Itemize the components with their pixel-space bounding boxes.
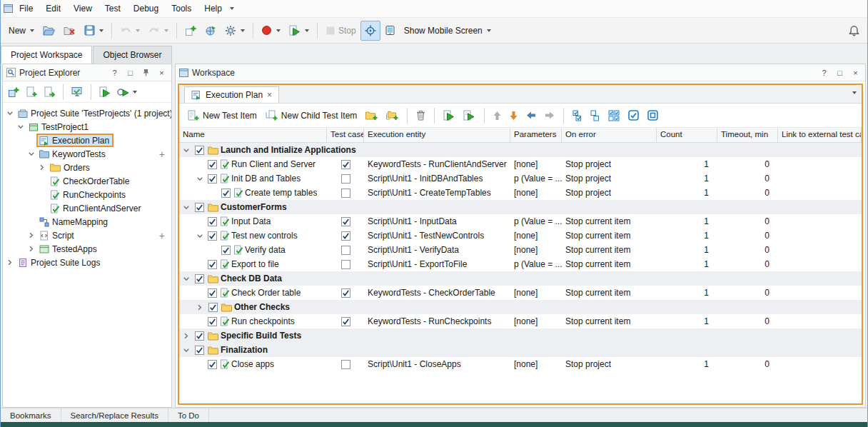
tree-item-orders[interactable]: Orders (3, 161, 171, 174)
add-existing-item-button[interactable] (41, 84, 57, 101)
enabled-checkbox[interactable] (208, 288, 217, 298)
plan-group-finalization[interactable]: Finalization (179, 343, 862, 357)
plan-item-test-new-controls[interactable]: Test new controlsScript\Unit1 - TestNewC… (179, 228, 862, 243)
outdent-button[interactable] (523, 109, 540, 121)
check-all-button[interactable] (569, 108, 585, 124)
tree-item-core[interactable]: Project Suite Logs (15, 256, 104, 269)
enabled-checkbox[interactable] (195, 331, 204, 341)
tree-item-core[interactable]: RunClientAndServer (47, 201, 145, 215)
maximize-button[interactable]: □ (124, 66, 136, 79)
mobile-screen-button[interactable] (380, 21, 400, 41)
menu-file[interactable]: File (13, 1, 39, 16)
display-object-spy-button[interactable] (360, 21, 380, 41)
enabled-checkbox[interactable] (208, 260, 217, 269)
enabled-checkbox[interactable] (208, 360, 217, 369)
new-group-button[interactable] (362, 109, 381, 123)
plan-item-close-apps[interactable]: Close appsScript\Unit1 - CloseApps[none]… (179, 357, 862, 371)
expander-icon[interactable] (181, 204, 191, 211)
tree-item-runclientandserver[interactable]: RunClientAndServer (3, 201, 171, 215)
open-button[interactable] (39, 21, 59, 41)
checkpoint-wizard-button[interactable] (201, 21, 221, 41)
run-focused-item-button[interactable] (460, 108, 479, 124)
tree-item-namemapping[interactable]: NameMapping (3, 215, 171, 228)
close-panel-button[interactable]: × (849, 66, 862, 79)
check-children-button[interactable] (605, 108, 623, 124)
options-button[interactable] (221, 21, 249, 41)
uncheck-all-button[interactable] (587, 108, 603, 124)
enabled-checkbox[interactable] (208, 217, 217, 226)
bottom-tab-search-replace-results[interactable]: Search/Replace Results (61, 408, 168, 422)
tree-item-core[interactable]: RunCheckpoints (47, 188, 130, 201)
tree-item-core[interactable]: TestProject1 (26, 120, 93, 134)
enabled-checkbox[interactable] (221, 246, 231, 255)
redo-button[interactable] (144, 21, 173, 41)
expander-icon[interactable] (181, 333, 191, 339)
tree-item-keywordtests[interactable]: KeywordTests+ (3, 147, 171, 161)
expander-icon[interactable] (26, 246, 36, 252)
column-header-execution-entity[interactable]: Execution entity (364, 128, 510, 142)
expander-icon[interactable] (5, 259, 15, 266)
tab-project-workspace[interactable]: Project Workspace (1, 46, 92, 64)
test-case-checkbox[interactable] (341, 160, 350, 169)
expander-icon[interactable] (195, 233, 205, 239)
column-header-on-error[interactable]: On error (562, 128, 657, 142)
tab-object-browser[interactable]: Object Browser (93, 46, 171, 64)
tree-item-core[interactable]: TestedApps (36, 242, 101, 256)
undo-button[interactable] (116, 21, 144, 41)
help-button[interactable]: ? (108, 66, 121, 79)
enabled-checkbox[interactable] (195, 274, 204, 283)
plan-item-create-temp-tables[interactable]: Create temp tablesScript\Unit1 - CreateT… (179, 186, 862, 200)
add-item-button[interactable] (24, 84, 39, 101)
tab-execution-plan[interactable]: Execution Plan × (184, 86, 279, 103)
menu-tools[interactable]: Tools (165, 1, 198, 16)
bottom-tab-bookmarks[interactable]: Bookmarks (1, 408, 61, 422)
test-case-checkbox[interactable] (341, 260, 350, 269)
close-panel-button[interactable]: × (156, 66, 168, 79)
help-button[interactable]: ? (818, 66, 830, 79)
new-project-button[interactable] (6, 84, 21, 101)
expander-icon[interactable] (26, 232, 36, 238)
save-button[interactable] (80, 21, 108, 41)
menu-test[interactable]: Test (99, 1, 127, 16)
tab-list-dropdown-icon[interactable] (852, 91, 857, 94)
enabled-checkbox[interactable] (195, 346, 204, 355)
notifications-button[interactable] (844, 21, 864, 41)
expander-icon[interactable] (181, 147, 191, 154)
test-case-checkbox[interactable] (341, 246, 350, 255)
enabled-checkbox[interactable] (208, 160, 217, 169)
column-header-name[interactable]: Name (179, 128, 327, 142)
expander-icon[interactable] (16, 124, 26, 130)
tree-item-core[interactable]: CheckOrderTable (47, 174, 133, 188)
run-project-button[interactable] (97, 84, 113, 101)
tree-item-checkordertable[interactable]: CheckOrderTable (3, 174, 171, 188)
tree-item-execution-plan[interactable]: Execution Plan (3, 134, 171, 147)
move-up-button[interactable] (490, 109, 505, 123)
close-button[interactable] (59, 21, 80, 41)
test-case-checkbox[interactable] (341, 174, 350, 184)
new-child-group-button[interactable] (383, 109, 402, 123)
column-header-test-case[interactable]: Test case (327, 128, 364, 142)
stop-button[interactable]: Stop (321, 21, 360, 41)
expander-icon[interactable] (195, 304, 205, 311)
expander-icon[interactable] (195, 176, 205, 182)
plan-item-export-to-file[interactable]: Export to fileScript\Unit1 - ExportToFil… (179, 257, 862, 271)
tree-item-testproject1[interactable]: TestProject1 (3, 120, 171, 134)
add-child-button[interactable]: + (159, 149, 165, 159)
add-new-item-button[interactable] (181, 21, 201, 41)
test-case-checkbox[interactable] (341, 360, 350, 369)
expander-icon[interactable] (181, 347, 191, 353)
test-case-checkbox[interactable] (341, 231, 350, 241)
test-case-checkbox[interactable] (341, 217, 350, 226)
tree-item-core[interactable]: Project Suite 'TestProjects' (1 project) (15, 106, 171, 120)
bottom-tab-to-do[interactable]: To Do (168, 408, 209, 422)
plan-item-init-db-and-tables[interactable]: Init DB and TablesScript\Unit1 - InitDBA… (179, 171, 862, 186)
enabled-checkbox[interactable] (195, 203, 204, 212)
tree-item-project-suite-testprojects-1-project[interactable]: Project Suite 'TestProjects' (1 project) (3, 106, 171, 120)
column-header-link-to-external-test-case[interactable]: Link to external test case (778, 128, 862, 142)
enable-project-button[interactable] (69, 84, 85, 101)
run-button[interactable] (285, 21, 313, 41)
run-selected-button[interactable] (115, 84, 139, 101)
plan-item-check-order-table[interactable]: Check Order tableKeywordTests - CheckOrd… (179, 286, 862, 300)
column-header-timeout-min[interactable]: Timeout, min (717, 128, 778, 142)
tree-item-script[interactable]: Script+ (3, 228, 171, 242)
